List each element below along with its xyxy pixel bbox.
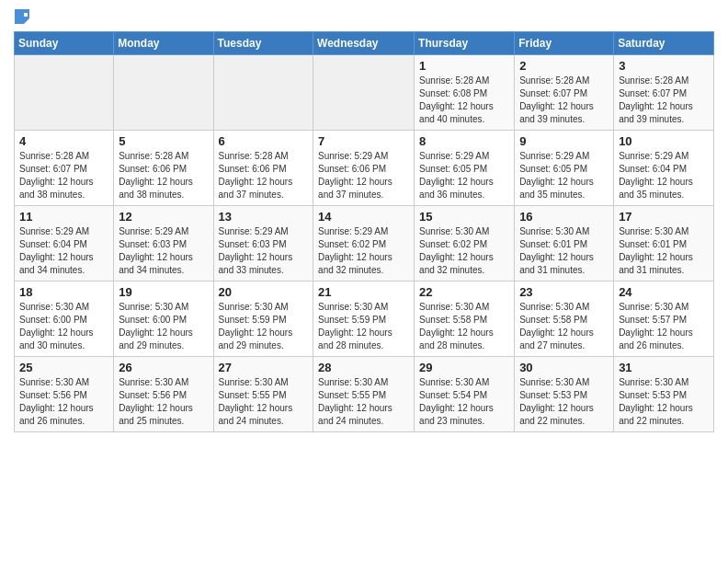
day-number: 13 <box>219 210 309 224</box>
day-number: 15 <box>419 210 509 224</box>
day-info: Sunrise: 5:30 AMSunset: 5:57 PMDaylight:… <box>619 301 709 352</box>
week-row-2: 4Sunrise: 5:28 AMSunset: 6:07 PMDaylight… <box>15 131 714 206</box>
day-number: 3 <box>619 59 709 73</box>
day-number: 16 <box>519 210 609 224</box>
logo <box>14 9 29 24</box>
day-cell <box>313 55 415 131</box>
day-cell: 8Sunrise: 5:29 AMSunset: 6:05 PMDaylight… <box>415 131 515 206</box>
day-info: Sunrise: 5:28 AMSunset: 6:06 PMDaylight:… <box>219 150 309 201</box>
header <box>14 9 714 24</box>
day-number: 31 <box>619 361 709 374</box>
day-cell: 9Sunrise: 5:29 AMSunset: 6:05 PMDaylight… <box>515 131 614 206</box>
day-info: Sunrise: 5:29 AMSunset: 6:05 PMDaylight:… <box>519 150 609 201</box>
day-number: 21 <box>318 285 409 299</box>
day-cell: 6Sunrise: 5:28 AMSunset: 6:06 PMDaylight… <box>213 131 313 206</box>
day-info: Sunrise: 5:30 AMSunset: 5:59 PMDaylight:… <box>318 301 409 352</box>
day-info: Sunrise: 5:29 AMSunset: 6:03 PMDaylight:… <box>219 225 309 277</box>
day-cell: 4Sunrise: 5:28 AMSunset: 6:07 PMDaylight… <box>15 131 114 206</box>
day-number: 12 <box>119 210 208 224</box>
day-info: Sunrise: 5:30 AMSunset: 5:53 PMDaylight:… <box>619 376 709 428</box>
day-cell: 19Sunrise: 5:30 AMSunset: 6:00 PMDayligh… <box>114 282 213 357</box>
day-info: Sunrise: 5:29 AMSunset: 6:02 PMDaylight:… <box>318 225 409 277</box>
weekday-header-wednesday: Wednesday <box>313 32 415 55</box>
day-number: 19 <box>119 285 208 299</box>
day-number: 22 <box>419 285 509 299</box>
day-info: Sunrise: 5:29 AMSunset: 6:03 PMDaylight:… <box>119 225 208 277</box>
day-info: Sunrise: 5:28 AMSunset: 6:07 PMDaylight:… <box>619 75 709 126</box>
day-info: Sunrise: 5:30 AMSunset: 5:58 PMDaylight:… <box>519 301 609 352</box>
day-number: 10 <box>619 134 709 148</box>
day-number: 5 <box>119 134 208 148</box>
day-number: 29 <box>419 361 509 374</box>
day-cell: 10Sunrise: 5:29 AMSunset: 6:04 PMDayligh… <box>614 131 714 206</box>
day-info: Sunrise: 5:30 AMSunset: 5:54 PMDaylight:… <box>419 376 509 428</box>
day-info: Sunrise: 5:30 AMSunset: 5:59 PMDaylight:… <box>219 301 309 352</box>
day-info: Sunrise: 5:30 AMSunset: 5:55 PMDaylight:… <box>219 376 309 428</box>
weekday-header-row: SundayMondayTuesdayWednesdayThursdayFrid… <box>15 32 714 55</box>
day-number: 28 <box>318 361 409 374</box>
day-cell: 25Sunrise: 5:30 AMSunset: 5:56 PMDayligh… <box>15 357 114 432</box>
day-cell: 16Sunrise: 5:30 AMSunset: 6:01 PMDayligh… <box>515 206 614 282</box>
weekday-header-friday: Friday <box>515 32 614 55</box>
day-cell: 23Sunrise: 5:30 AMSunset: 5:58 PMDayligh… <box>515 282 614 357</box>
weekday-header-sunday: Sunday <box>15 32 114 55</box>
day-cell <box>114 55 213 131</box>
day-cell: 28Sunrise: 5:30 AMSunset: 5:55 PMDayligh… <box>313 357 415 432</box>
weekday-header-saturday: Saturday <box>614 32 714 55</box>
day-cell: 18Sunrise: 5:30 AMSunset: 6:00 PMDayligh… <box>15 282 114 357</box>
day-number: 26 <box>119 361 208 374</box>
weekday-header-monday: Monday <box>114 32 213 55</box>
day-cell: 11Sunrise: 5:29 AMSunset: 6:04 PMDayligh… <box>15 206 114 282</box>
day-info: Sunrise: 5:28 AMSunset: 6:07 PMDaylight:… <box>519 75 609 126</box>
day-number: 9 <box>519 134 609 148</box>
day-cell: 30Sunrise: 5:30 AMSunset: 5:53 PMDayligh… <box>515 357 614 432</box>
day-number: 14 <box>318 210 409 224</box>
week-row-3: 11Sunrise: 5:29 AMSunset: 6:04 PMDayligh… <box>15 206 714 282</box>
day-number: 30 <box>519 361 609 374</box>
day-cell: 27Sunrise: 5:30 AMSunset: 5:55 PMDayligh… <box>213 357 313 432</box>
day-info: Sunrise: 5:30 AMSunset: 6:00 PMDaylight:… <box>119 301 208 352</box>
day-number: 7 <box>318 134 409 148</box>
weekday-header-thursday: Thursday <box>415 32 515 55</box>
svg-marker-1 <box>24 13 28 17</box>
day-info: Sunrise: 5:30 AMSunset: 6:00 PMDaylight:… <box>19 301 108 352</box>
day-cell: 31Sunrise: 5:30 AMSunset: 5:53 PMDayligh… <box>614 357 714 432</box>
day-info: Sunrise: 5:30 AMSunset: 5:58 PMDaylight:… <box>419 301 509 352</box>
day-info: Sunrise: 5:29 AMSunset: 6:06 PMDaylight:… <box>318 150 409 201</box>
day-number: 17 <box>619 210 709 224</box>
day-cell: 22Sunrise: 5:30 AMSunset: 5:58 PMDayligh… <box>415 282 515 357</box>
logo-icon <box>15 9 29 28</box>
day-cell: 13Sunrise: 5:29 AMSunset: 6:03 PMDayligh… <box>213 206 313 282</box>
day-cell <box>213 55 313 131</box>
day-info: Sunrise: 5:28 AMSunset: 6:07 PMDaylight:… <box>19 150 108 201</box>
day-cell: 1Sunrise: 5:28 AMSunset: 6:08 PMDaylight… <box>415 55 515 131</box>
day-info: Sunrise: 5:30 AMSunset: 5:56 PMDaylight:… <box>19 376 108 428</box>
day-cell: 3Sunrise: 5:28 AMSunset: 6:07 PMDaylight… <box>614 55 714 131</box>
day-number: 27 <box>219 361 309 374</box>
day-number: 20 <box>219 285 309 299</box>
week-row-4: 18Sunrise: 5:30 AMSunset: 6:00 PMDayligh… <box>15 282 714 357</box>
week-row-5: 25Sunrise: 5:30 AMSunset: 5:56 PMDayligh… <box>15 357 714 432</box>
day-info: Sunrise: 5:29 AMSunset: 6:04 PMDaylight:… <box>619 150 709 201</box>
day-cell: 26Sunrise: 5:30 AMSunset: 5:56 PMDayligh… <box>114 357 213 432</box>
day-info: Sunrise: 5:29 AMSunset: 6:05 PMDaylight:… <box>419 150 509 201</box>
day-info: Sunrise: 5:29 AMSunset: 6:04 PMDaylight:… <box>19 225 108 277</box>
day-number: 18 <box>19 285 108 299</box>
day-cell: 20Sunrise: 5:30 AMSunset: 5:59 PMDayligh… <box>213 282 313 357</box>
day-cell: 5Sunrise: 5:28 AMSunset: 6:06 PMDaylight… <box>114 131 213 206</box>
day-cell: 2Sunrise: 5:28 AMSunset: 6:07 PMDaylight… <box>515 55 614 131</box>
day-info: Sunrise: 5:28 AMSunset: 6:06 PMDaylight:… <box>119 150 208 201</box>
day-cell: 7Sunrise: 5:29 AMSunset: 6:06 PMDaylight… <box>313 131 415 206</box>
day-cell: 12Sunrise: 5:29 AMSunset: 6:03 PMDayligh… <box>114 206 213 282</box>
day-number: 4 <box>19 134 108 148</box>
day-info: Sunrise: 5:30 AMSunset: 5:53 PMDaylight:… <box>519 376 609 428</box>
day-number: 24 <box>619 285 709 299</box>
day-info: Sunrise: 5:30 AMSunset: 5:55 PMDaylight:… <box>318 376 409 428</box>
day-info: Sunrise: 5:30 AMSunset: 6:01 PMDaylight:… <box>519 225 609 277</box>
day-cell: 29Sunrise: 5:30 AMSunset: 5:54 PMDayligh… <box>415 357 515 432</box>
week-row-1: 1Sunrise: 5:28 AMSunset: 6:08 PMDaylight… <box>15 55 714 131</box>
day-info: Sunrise: 5:30 AMSunset: 5:56 PMDaylight:… <box>119 376 208 428</box>
day-number: 25 <box>19 361 108 374</box>
day-number: 11 <box>19 210 108 224</box>
day-cell: 21Sunrise: 5:30 AMSunset: 5:59 PMDayligh… <box>313 282 415 357</box>
